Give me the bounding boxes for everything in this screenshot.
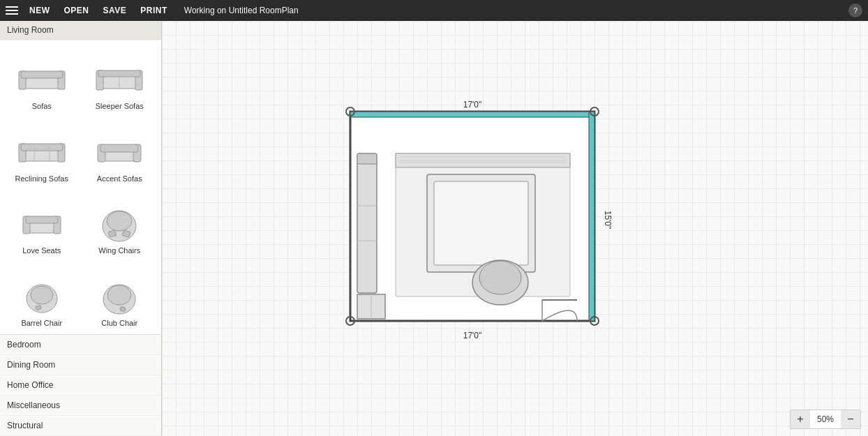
new-button[interactable]: NEW — [27, 4, 53, 17]
floor-plan: 17'0" 15'0" 17'0" — [336, 98, 608, 351]
furniture-grid: Sofas Sleeper Sofas — [0, 40, 161, 334]
canvas-area[interactable]: 17'0" 15'0" 17'0" — [162, 21, 868, 436]
help-button[interactable]: ? — [848, 3, 862, 17]
svg-point-31 — [107, 285, 131, 305]
menu-icon[interactable] — [6, 6, 18, 15]
accent-sofa-icon — [93, 130, 146, 172]
sleeper-sofa-icon — [93, 57, 146, 99]
svg-point-28 — [31, 286, 53, 304]
svg-text:17'0": 17'0" — [463, 331, 482, 340]
barrel-chair-label: Barrel Chair — [21, 319, 62, 328]
category-list: Bedroom Dining Room Home Office Miscella… — [0, 334, 161, 436]
svg-rect-35 — [589, 112, 594, 321]
svg-rect-3 — [21, 71, 63, 78]
furniture-item-reclining-sofas[interactable]: Reclining Sofas — [3, 115, 81, 188]
print-button[interactable]: PRINT — [137, 4, 170, 17]
sofa-icon — [15, 57, 68, 99]
sidebar-item-structural[interactable]: Structural — [0, 416, 161, 436]
reclining-sofa-icon — [15, 130, 68, 172]
sidebar-item-dining-room[interactable]: Dining Room — [0, 355, 161, 375]
svg-rect-54 — [434, 181, 528, 265]
main-layout: Living Room Sofas — [0, 21, 868, 436]
sidebar: Living Room Sofas — [0, 21, 162, 436]
svg-point-24 — [107, 211, 132, 231]
svg-text:15'0": 15'0" — [603, 211, 613, 230]
svg-rect-22 — [26, 216, 58, 223]
furniture-item-barrel-chair[interactable]: Barrel Chair — [3, 260, 81, 332]
svg-point-56 — [479, 261, 521, 294]
sidebar-item-miscellaneous[interactable]: Miscellaneous — [0, 396, 161, 416]
sofas-label: Sofas — [32, 102, 52, 111]
zoom-controls: + 50% − — [790, 409, 861, 429]
furniture-item-club-chair[interactable]: Club Chair — [81, 260, 159, 332]
accent-sofas-label: Accent Sofas — [97, 174, 142, 183]
zoom-level: 50% — [810, 410, 841, 428]
sidebar-item-bedroom[interactable]: Bedroom — [0, 335, 161, 355]
wing-chairs-label: Wing Chairs — [98, 246, 140, 255]
furniture-item-sleeper-sofas[interactable]: Sleeper Sofas — [81, 43, 159, 115]
barrel-chair-icon — [15, 274, 68, 316]
club-chair-icon — [93, 274, 146, 316]
love-seats-label: Love Seats — [22, 246, 61, 255]
save-button[interactable]: SAVE — [100, 4, 130, 17]
wing-chair-icon — [93, 202, 146, 243]
furniture-item-sofas[interactable]: Sofas — [3, 43, 81, 115]
sidebar-item-home-office[interactable]: Home Office — [0, 375, 161, 396]
furniture-item-accent-sofas[interactable]: Accent Sofas — [81, 115, 159, 188]
svg-rect-12 — [21, 144, 63, 151]
open-button[interactable]: OPEN — [61, 4, 92, 17]
svg-rect-44 — [357, 153, 377, 164]
zoom-in-button[interactable]: + — [791, 410, 810, 428]
svg-text:17'0": 17'0" — [463, 100, 482, 110]
furniture-item-wing-chairs[interactable]: Wing Chairs — [81, 187, 159, 260]
furniture-item-love-seats[interactable]: Love Seats — [3, 187, 81, 260]
svg-rect-34 — [350, 112, 594, 117]
svg-rect-43 — [357, 153, 377, 293]
love-seat-icon — [15, 202, 68, 243]
sleeper-sofas-label: Sleeper Sofas — [96, 102, 144, 111]
zoom-out-button[interactable]: − — [841, 410, 860, 428]
svg-rect-18 — [100, 144, 138, 152]
club-chair-label: Club Chair — [101, 319, 137, 328]
toolbar: NEW OPEN SAVE PRINT Working on Untitled … — [0, 0, 868, 21]
living-room-header[interactable]: Living Room — [0, 21, 161, 40]
reclining-sofas-label: Reclining Sofas — [15, 174, 68, 183]
working-text: Working on Untitled RoomPlan — [184, 6, 299, 15]
